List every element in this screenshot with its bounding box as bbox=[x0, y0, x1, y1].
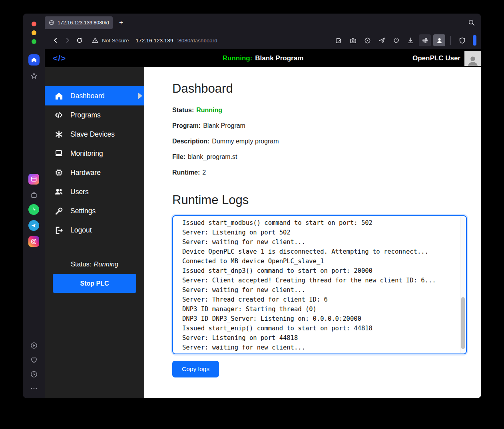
whatsapp-icon[interactable] bbox=[28, 204, 39, 215]
sidebar-item-logout[interactable]: Logout bbox=[45, 220, 144, 240]
log-line: Issued start_dnp3() command to start on … bbox=[182, 266, 452, 276]
sidebar-item-label: Dashboard bbox=[70, 92, 105, 100]
play-circle-icon[interactable] bbox=[30, 342, 38, 350]
warning-triangle-icon bbox=[92, 37, 98, 44]
sidebar-item-dashboard[interactable]: Dashboard bbox=[45, 86, 144, 105]
runtime-logs-title: Runtime Logs bbox=[172, 193, 469, 207]
sidebar-item-users[interactable]: Users bbox=[45, 182, 144, 201]
chip-icon bbox=[54, 168, 64, 177]
toolbar-actions bbox=[333, 34, 476, 46]
log-scrollbar[interactable] bbox=[460, 217, 465, 353]
field-runtime: Runtime:2 bbox=[172, 169, 469, 176]
avatar[interactable] bbox=[464, 51, 481, 66]
code-icon bbox=[54, 110, 64, 120]
nav-toolbar: Not Secure 172.16.123.139 :8080/dashboar… bbox=[45, 32, 481, 49]
sidebar-item-label: Monitoring bbox=[70, 149, 103, 158]
log-line: Server: waiting for new client... bbox=[182, 285, 452, 295]
status-circle-icon[interactable] bbox=[361, 34, 373, 46]
browser-app-icon[interactable] bbox=[28, 174, 39, 185]
more-icon[interactable] bbox=[30, 385, 38, 393]
log-line: Server: waiting for new client... bbox=[182, 237, 452, 247]
screenshot-camera-icon[interactable] bbox=[347, 34, 359, 46]
log-scrollbar-thumb[interactable] bbox=[461, 297, 465, 350]
sidebar-status: Status:Running bbox=[45, 260, 144, 268]
url-bar[interactable]: Not Secure 172.16.123.139 :8080/dashboar… bbox=[86, 37, 333, 44]
logout-icon bbox=[54, 226, 64, 235]
window-handle[interactable] bbox=[473, 35, 476, 46]
download-icon[interactable] bbox=[404, 34, 416, 46]
site-sidebar: Dashboard Programs Slave Devices bbox=[45, 67, 144, 398]
copy-logs-button[interactable]: Copy logs bbox=[172, 361, 219, 377]
sliders-icon[interactable] bbox=[419, 34, 431, 46]
stop-plc-button[interactable]: Stop PLC bbox=[53, 274, 136, 293]
minimize-window-button[interactable] bbox=[32, 30, 36, 35]
site-header: </> Running:Blank Program OpenPLC User bbox=[45, 49, 481, 67]
openplc-logo[interactable]: </> bbox=[53, 54, 66, 63]
browser-window: 172.16.123.139:8080/da + No bbox=[23, 14, 481, 398]
log-line: Issued start_modbus() command to start o… bbox=[182, 218, 452, 228]
tab-dashboard[interactable]: 172.16.123.139:8080/da bbox=[45, 16, 113, 29]
log-line: Server: Client accepted! Creating thread… bbox=[182, 276, 452, 285]
page-title: Dashboard bbox=[172, 81, 469, 96]
page-viewport: </> Running:Blank Program OpenPLC User bbox=[45, 49, 481, 398]
log-line: DNP3 ID DNP3_Server: Listening on: 0.0.0… bbox=[182, 314, 452, 324]
search-icon[interactable] bbox=[468, 19, 475, 26]
sidebar-item-label: Slave Devices bbox=[70, 130, 115, 139]
sidebar-item-label: Programs bbox=[70, 111, 101, 119]
maximize-window-button[interactable] bbox=[32, 39, 36, 44]
sidebar-status-label: Status: bbox=[71, 260, 91, 268]
log-line: Server: waiting for new client... bbox=[182, 343, 452, 352]
header-program-name: Blank Program bbox=[255, 54, 303, 62]
sidebar-item-slave-devices[interactable]: Slave Devices bbox=[45, 125, 144, 144]
sidebar-item-monitoring[interactable]: Monitoring bbox=[45, 144, 144, 163]
security-label: Not Secure bbox=[102, 38, 129, 44]
forward-button[interactable] bbox=[62, 34, 74, 46]
log-line: Server: Listening on port 502 bbox=[182, 228, 452, 237]
profile-icon[interactable] bbox=[433, 34, 445, 46]
home-icon bbox=[31, 57, 37, 63]
field-description: Description:Dummy empty program bbox=[172, 138, 469, 145]
log-line: Device OpenPLC_slave_1 is disconnected. … bbox=[182, 247, 452, 256]
field-file: File:blank_program.st bbox=[172, 153, 469, 161]
log-line: Issued start_pstorage() command... bbox=[182, 352, 452, 354]
reload-button[interactable] bbox=[74, 34, 86, 46]
clock-icon[interactable] bbox=[30, 370, 38, 378]
log-line: DNP3 ID manager: Starting thread (0) bbox=[182, 304, 452, 314]
field-program: Program:Blank Program bbox=[172, 122, 469, 129]
close-window-button[interactable] bbox=[32, 22, 36, 26]
heart-icon[interactable] bbox=[30, 356, 38, 364]
laptop-icon bbox=[54, 149, 64, 158]
users-icon bbox=[54, 187, 64, 197]
log-line: Server: Listening on port 44818 bbox=[182, 333, 452, 343]
telegram-icon[interactable] bbox=[28, 220, 39, 231]
sidebar-item-label: Settings bbox=[70, 207, 96, 215]
toolbar-divider bbox=[450, 36, 451, 45]
home-button[interactable] bbox=[28, 54, 40, 66]
send-plane-icon[interactable] bbox=[376, 34, 388, 46]
new-tab-button[interactable]: + bbox=[116, 18, 126, 28]
log-line: Server: Thread created for client ID: 6 bbox=[182, 295, 452, 304]
globe-icon bbox=[49, 20, 54, 26]
tab-strip: 172.16.123.139:8080/da + bbox=[45, 14, 481, 32]
sidebar-item-programs[interactable]: Programs bbox=[45, 105, 144, 125]
url-host: 172.16.123.139 bbox=[136, 38, 173, 44]
privacy-shield-icon[interactable] bbox=[456, 34, 468, 46]
star-icon[interactable] bbox=[30, 72, 38, 80]
header-username: OpenPLC User bbox=[412, 54, 460, 62]
sidebar-item-hardware[interactable]: Hardware bbox=[45, 163, 144, 182]
runtime-logs-textarea[interactable]: Issued start_modbus() command to start o… bbox=[172, 215, 467, 354]
log-line: Issued start_enip() command to start on … bbox=[182, 324, 452, 333]
tab-title: 172.16.123.139:8080/da bbox=[58, 20, 109, 26]
home-icon bbox=[54, 91, 64, 101]
sidebar-item-label: Logout bbox=[70, 226, 92, 234]
bag-icon[interactable] bbox=[30, 191, 38, 199]
sidebar-item-settings[interactable]: Settings bbox=[45, 201, 144, 220]
site-body: Dashboard Programs Slave Devices bbox=[45, 67, 481, 398]
instagram-icon[interactable] bbox=[28, 236, 39, 247]
header-status-label: Running: bbox=[223, 54, 253, 62]
edit-page-icon[interactable] bbox=[333, 34, 345, 46]
browser-rail bbox=[23, 14, 45, 398]
dashboard-content: Dashboard Status:Running Program:Blank P… bbox=[144, 67, 481, 398]
back-button[interactable] bbox=[50, 34, 62, 46]
heart-icon[interactable] bbox=[390, 34, 402, 46]
